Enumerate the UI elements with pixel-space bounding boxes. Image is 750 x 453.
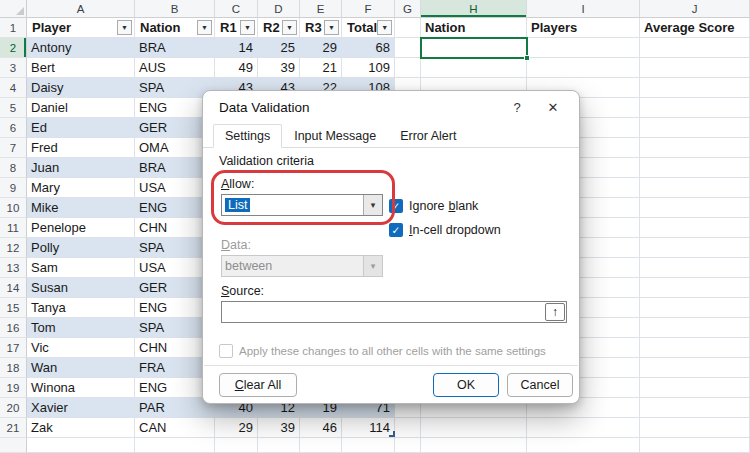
row-header-14[interactable]: 14: [0, 278, 27, 298]
cell-E1[interactable]: R3▼: [300, 18, 342, 38]
cell-A8[interactable]: Juan: [27, 158, 135, 178]
cell-B21[interactable]: CAN: [135, 418, 215, 438]
cell-B3[interactable]: AUS: [135, 58, 215, 78]
cell-J17[interactable]: [640, 338, 750, 358]
row-header-2[interactable]: 2: [0, 38, 27, 58]
cell-J19[interactable]: [640, 378, 750, 398]
column-header-E[interactable]: E: [300, 0, 342, 18]
row-header-18[interactable]: 18: [0, 358, 27, 378]
cell-A17[interactable]: Vic: [27, 338, 135, 358]
filter-button-r3[interactable]: ▼: [324, 20, 339, 35]
cell-C2[interactable]: 14: [215, 38, 258, 58]
cell-A14[interactable]: Susan: [27, 278, 135, 298]
cell-J21[interactable]: [640, 418, 750, 438]
cell-J6[interactable]: [640, 118, 750, 138]
column-header-H[interactable]: H: [421, 0, 527, 18]
cell-G3[interactable]: [395, 58, 421, 78]
dialog-titlebar[interactable]: Data Validation ? ✕: [203, 91, 579, 123]
filter-button-nation[interactable]: ▼: [197, 20, 212, 35]
cell-A10[interactable]: Mike: [27, 198, 135, 218]
tab-error-alert[interactable]: Error Alert: [388, 124, 468, 148]
select-all-corner[interactable]: [0, 0, 27, 18]
row-header-5[interactable]: 5: [0, 98, 27, 118]
row-header-13[interactable]: 13: [0, 258, 27, 278]
cell-A13[interactable]: Sam: [27, 258, 135, 278]
cancel-button[interactable]: Cancel: [507, 373, 573, 397]
filter-button-total[interactable]: ▼: [377, 20, 392, 35]
filter-button-r1[interactable]: ▼: [240, 20, 255, 35]
in-cell-dropdown-checkbox[interactable]: ✓ In-cell dropdown: [389, 222, 501, 238]
checkbox-checked-icon[interactable]: ✓: [389, 199, 403, 213]
row-header-19[interactable]: 19: [0, 378, 27, 398]
cell-A4[interactable]: Daisy: [27, 78, 135, 98]
row-header-7[interactable]: 7: [0, 138, 27, 158]
cell-H3[interactable]: [421, 58, 527, 78]
filter-button-player[interactable]: ▼: [117, 20, 132, 35]
cell-C1[interactable]: R1▼: [215, 18, 258, 38]
cell-A1[interactable]: Player▼: [27, 18, 135, 38]
column-header-C[interactable]: C: [215, 0, 258, 18]
cell-A6[interactable]: Ed: [27, 118, 135, 138]
cell-A15[interactable]: Tanya: [27, 298, 135, 318]
cell-J2[interactable]: [640, 38, 750, 58]
cell-A19[interactable]: Winona: [27, 378, 135, 398]
cell-A18[interactable]: Wan: [27, 358, 135, 378]
cell-J1[interactable]: Average Score: [640, 18, 750, 38]
cell-J9[interactable]: [640, 178, 750, 198]
cell-J20[interactable]: [640, 398, 750, 418]
cell-B2[interactable]: BRA: [135, 38, 215, 58]
chevron-down-icon[interactable]: ▾: [363, 195, 382, 215]
cell-D21[interactable]: 39: [258, 418, 300, 438]
cell-H1[interactable]: Nation: [421, 18, 527, 38]
cell-D2[interactable]: 25: [258, 38, 300, 58]
cell-G1[interactable]: [395, 18, 421, 38]
cell-A11[interactable]: Penelope: [27, 218, 135, 238]
cell-E2[interactable]: 29: [300, 38, 342, 58]
column-header-A[interactable]: A: [27, 0, 135, 18]
row-header-20[interactable]: 20: [0, 398, 27, 418]
tab-input-message[interactable]: Input Message: [282, 124, 388, 148]
cell-E3[interactable]: 21: [300, 58, 342, 78]
cell-J5[interactable]: [640, 98, 750, 118]
cell-A20[interactable]: Xavier: [27, 398, 135, 418]
column-header-I[interactable]: I: [527, 0, 640, 18]
cell-A5[interactable]: Daniel: [27, 98, 135, 118]
cell-J4[interactable]: [640, 78, 750, 98]
cell-A12[interactable]: Polly: [27, 238, 135, 258]
cell-G21[interactable]: [395, 418, 421, 438]
column-header-F[interactable]: F: [342, 0, 395, 18]
cell-F3[interactable]: 109: [342, 58, 395, 78]
row-header-16[interactable]: 16: [0, 318, 27, 338]
cell-G2[interactable]: [395, 38, 421, 58]
cell-A9[interactable]: Mary: [27, 178, 135, 198]
cell-J18[interactable]: [640, 358, 750, 378]
cell-F1[interactable]: Total▼: [342, 18, 395, 38]
ok-button[interactable]: OK: [433, 373, 499, 397]
row-header-6[interactable]: 6: [0, 118, 27, 138]
cell-J16[interactable]: [640, 318, 750, 338]
cell-J13[interactable]: [640, 258, 750, 278]
ignore-blank-checkbox[interactable]: ✓ Ignore blank: [389, 198, 478, 214]
cell-J8[interactable]: [640, 158, 750, 178]
cell-A3[interactable]: Bert: [27, 58, 135, 78]
row-header-11[interactable]: 11: [0, 218, 27, 238]
row-header-21[interactable]: 21: [0, 418, 27, 438]
cell-J15[interactable]: [640, 298, 750, 318]
help-icon[interactable]: ?: [499, 94, 535, 120]
cell-H21[interactable]: [421, 418, 527, 438]
cell-I2[interactable]: [527, 38, 640, 58]
cell-J11[interactable]: [640, 218, 750, 238]
cell-I3[interactable]: [527, 58, 640, 78]
cell-I1[interactable]: Players: [527, 18, 640, 38]
cell-J12[interactable]: [640, 238, 750, 258]
cell-A2[interactable]: Antony: [27, 38, 135, 58]
column-header-J[interactable]: J: [640, 0, 750, 18]
close-icon[interactable]: ✕: [535, 94, 571, 120]
cell-C21[interactable]: 29: [215, 418, 258, 438]
filter-button-r2[interactable]: ▼: [282, 20, 297, 35]
column-header-G[interactable]: G: [395, 0, 421, 18]
row-header-10[interactable]: 10: [0, 198, 27, 218]
source-input[interactable]: [222, 302, 545, 322]
cell-H2[interactable]: [421, 38, 527, 58]
cell-J10[interactable]: [640, 198, 750, 218]
